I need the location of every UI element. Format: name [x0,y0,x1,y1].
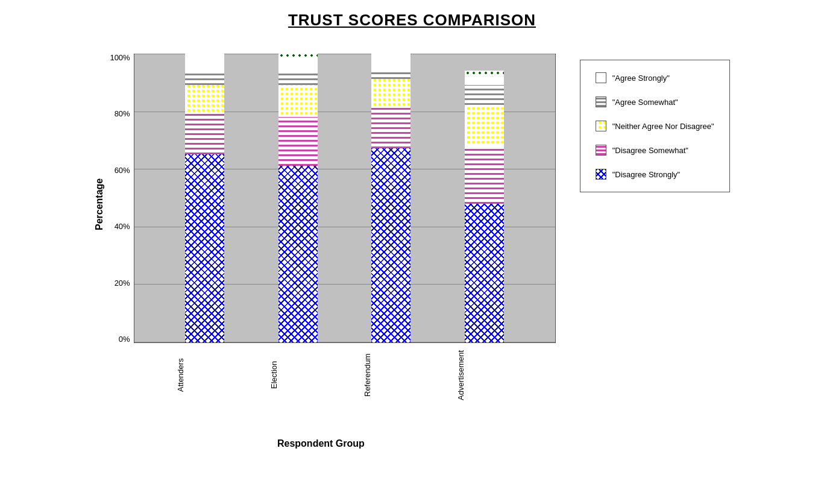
swatch-agree-strongly [596,72,606,83]
election-neither [278,85,318,117]
election-dots [278,53,318,58]
election-agree-strongly [278,53,318,71]
x-label-attenders: Attenders [161,348,200,402]
legend-agree-strongly: "Agree Strongly" [596,72,714,83]
legend-label-disagree-strongly: "Disagree Strongly" [612,170,681,179]
x-label-advertisement: Advertisement [441,348,480,402]
legend-label-neither: "Neither Agree Nor Disagree" [612,122,714,131]
referendum-agree-strongly [371,53,410,71]
bar-referendum [371,53,410,342]
advertisement-dots [465,71,504,75]
y-tick-0: 0% [119,335,130,343]
referendum-disagree-somewhat [371,108,410,148]
legend-label-disagree-somewhat: "Disagree Somewhat" [612,146,688,155]
chart-title: TRUST SCORES COMPARISON [288,11,536,30]
swatch-disagree-strongly [596,169,606,180]
advertisement-agree-somewhat [465,85,504,106]
advertisement-agree-strongly [465,71,504,85]
legend-label-agree-strongly: "Agree Strongly" [612,74,670,83]
plot-area [134,54,556,343]
attenders-agree-somewhat [185,74,224,85]
y-tick-40: 40% [115,222,130,230]
swatch-agree-somewhat [596,96,606,107]
election-agree-somewhat [278,71,318,85]
swatch-disagree-somewhat [596,145,606,156]
bar-advertisement [465,53,504,342]
legend: "Agree Strongly" "Agree Somewhat" "Neith… [580,60,730,192]
election-disagree-strongly [278,166,318,342]
attenders-neither [185,85,224,114]
advertisement-disagree-somewhat [465,146,504,204]
y-tick-80: 80% [115,110,130,118]
legend-disagree-somewhat: "Disagree Somewhat" [596,145,714,156]
referendum-disagree-strongly [371,148,410,342]
attenders-disagree-strongly [185,154,224,342]
x-label-election: Election [254,348,294,402]
referendum-agree-somewhat [371,71,410,79]
legend-label-agree-somewhat: "Agree Somewhat" [612,98,678,107]
x-axis-title: Respondent Group [110,438,532,449]
swatch-neither [596,121,606,131]
chart-with-axes: 0% 20% 40% 60% 80% 100% [110,54,555,449]
bar-election [278,53,318,342]
x-label-referendum: Referendum [348,348,387,402]
attenders-disagree-somewhat [185,114,224,154]
chart-inner: 0% 20% 40% 60% 80% 100% [110,54,555,343]
x-axis-labels: Attenders Election Referendum Advertisem… [110,348,532,402]
y-tick-labels: 0% 20% 40% 60% 80% 100% [110,54,130,343]
advertisement-neither [465,105,504,145]
referendum-neither [371,79,410,108]
y-tick-60: 60% [115,166,130,174]
advertisement-disagree-strongly [465,204,504,342]
bars-container [134,54,555,342]
chart-area: Percentage 0% 20% 40% 60% 80% 100% [94,54,729,449]
page: TRUST SCORES COMPARISON Percentage 0% 20… [0,0,824,504]
y-tick-20: 20% [115,279,130,287]
legend-disagree-strongly: "Disagree Strongly" [596,169,714,180]
legend-agree-somewhat: "Agree Somewhat" [596,96,714,107]
election-disagree-somewhat [278,117,318,166]
bar-attenders [185,53,224,342]
attenders-agree-strongly [185,53,224,74]
legend-neither: "Neither Agree Nor Disagree" [596,121,714,131]
y-axis-label: Percentage [94,60,105,349]
y-tick-100: 100% [110,54,130,61]
